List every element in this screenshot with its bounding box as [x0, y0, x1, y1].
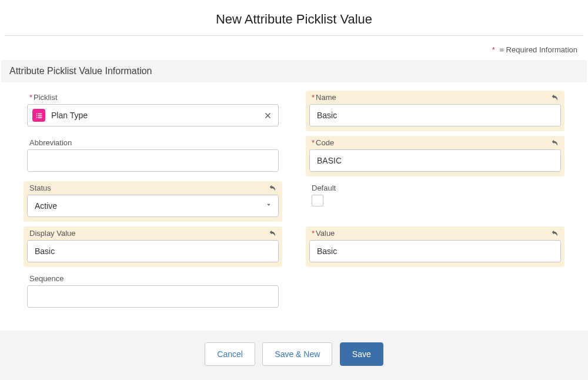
picklist-value: Plan Type: [51, 111, 257, 120]
asterisk-icon: *: [312, 138, 315, 147]
picklist-label: *Picklist: [27, 93, 279, 102]
undo-icon[interactable]: [268, 229, 278, 238]
value-field: *Value: [306, 226, 564, 267]
code-label: *Code: [309, 138, 561, 147]
abbreviation-label: Abbreviation: [27, 138, 279, 147]
svg-rect-3: [38, 115, 42, 116]
status-field: Status Active: [24, 181, 282, 222]
required-note-text: = Required Information: [499, 45, 577, 54]
undo-icon[interactable]: [550, 138, 560, 148]
form-area: *Picklist Plan Type *Name: [0, 82, 588, 329]
name-label: *Name: [309, 93, 561, 102]
asterisk-icon: *: [492, 45, 495, 54]
svg-rect-1: [38, 113, 42, 114]
sequence-label: Sequence: [27, 274, 279, 283]
undo-icon[interactable]: [268, 184, 278, 193]
cancel-button[interactable]: Cancel: [205, 342, 255, 366]
svg-rect-0: [36, 113, 37, 114]
section-header: Attribute Picklist Value Information: [1, 60, 587, 82]
svg-rect-4: [36, 117, 37, 118]
asterisk-icon: *: [312, 93, 315, 102]
sequence-field: Sequence: [24, 272, 282, 312]
default-checkbox[interactable]: [312, 195, 323, 206]
abbreviation-input[interactable]: [27, 149, 279, 172]
name-input[interactable]: [309, 104, 561, 126]
asterisk-icon: *: [29, 93, 32, 102]
page-title: New Attribute Picklist Value: [0, 0, 588, 35]
display-value-label: Display Value: [27, 229, 279, 238]
display-value-input[interactable]: [27, 240, 279, 262]
code-field: *Code: [306, 136, 564, 176]
default-label: Default: [309, 184, 561, 192]
picklist-icon: [32, 109, 45, 122]
value-label: *Value: [309, 229, 561, 238]
footer-actions: Cancel Save & New Save: [0, 331, 588, 380]
undo-icon[interactable]: [550, 229, 560, 238]
clear-icon[interactable]: [262, 109, 273, 121]
name-field: *Name: [306, 91, 564, 131]
code-input[interactable]: [309, 149, 561, 172]
abbreviation-field: Abbreviation: [24, 136, 282, 176]
asterisk-icon: *: [312, 229, 315, 238]
save-and-new-button[interactable]: Save & New: [262, 342, 332, 366]
status-label: Status: [27, 184, 279, 192]
svg-rect-5: [38, 117, 42, 118]
required-info-note: * = Required Information: [0, 36, 588, 60]
picklist-field: *Picklist Plan Type: [24, 91, 282, 131]
svg-rect-2: [36, 115, 37, 116]
sequence-input[interactable]: [27, 285, 279, 308]
undo-icon[interactable]: [550, 93, 560, 102]
value-input[interactable]: [309, 240, 561, 262]
default-field: Default: [306, 181, 564, 211]
picklist-lookup[interactable]: Plan Type: [27, 104, 279, 126]
save-button[interactable]: Save: [340, 342, 383, 366]
display-value-field: Display Value: [24, 226, 282, 267]
status-select[interactable]: Active: [27, 195, 279, 217]
